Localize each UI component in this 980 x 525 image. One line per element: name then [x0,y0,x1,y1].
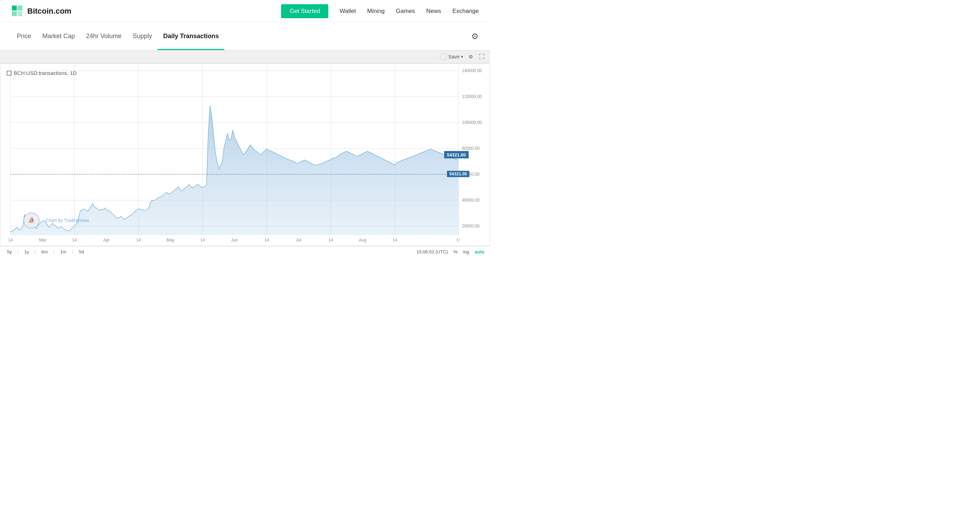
nav-wallet[interactable]: Wallet [339,8,356,15]
percent-button[interactable]: % [453,249,458,255]
logo-text: Bitcoin.com [27,6,72,16]
svg-text:Mar: Mar [39,238,46,243]
save-button[interactable]: Save ▾ [440,53,463,60]
svg-text:14: 14 [72,238,77,243]
fullscreen-button[interactable]: ⛶ [479,54,484,60]
nav-get-started[interactable]: Get Started [281,4,328,18]
timeframe-1y[interactable]: 1y [23,248,30,255]
svg-text:14: 14 [264,238,269,243]
series-icon [6,71,11,76]
chart-bottom: 5y | 1y | 6m | 1m | 5d 15:06:52 (UTC) % … [0,246,490,257]
timeframe-5d[interactable]: 5d [77,248,85,255]
svg-text:140000.00: 140000.00 [462,68,482,73]
chart-area: BCH:USD:transactions, 1D 54321.00 [0,64,490,246]
tab-daily-transactions[interactable]: Daily Transactions [158,22,224,50]
svg-text:Chart by TradingView: Chart by TradingView [46,218,89,223]
svg-text:May: May [167,238,175,243]
settings-icon[interactable]: ⚙ [471,32,479,41]
svg-rect-3 [12,11,17,16]
expand-icon: ⛶ [479,54,484,60]
chart-settings-button[interactable]: ⚙ [469,54,473,59]
svg-text:120000.00: 120000.00 [462,94,482,99]
svg-text:14: 14 [136,238,141,243]
chart-svg: 140000.00 120000.00 100000.00 80000.00 6… [0,64,490,246]
svg-text:100000.00: 100000.00 [462,120,482,125]
svg-text:Jul: Jul [296,238,301,243]
svg-text:20000.00: 20000.00 [462,224,479,229]
tab-24hr-volume[interactable]: 24hr Volume [81,22,127,50]
nav-mining[interactable]: Mining [367,8,385,15]
svg-text:Jun: Jun [231,238,238,243]
svg-text:14: 14 [392,238,397,243]
timeframe-1m[interactable]: 1m [59,248,68,255]
nav-games[interactable]: Games [396,8,415,15]
svg-rect-2 [18,6,22,11]
bottom-right-controls: 15:06:52 (UTC) % log auto [417,249,484,255]
logo-icon [11,5,24,18]
tab-price[interactable]: Price [11,22,37,50]
price-badge: 54321.00 [444,151,469,159]
tab-market-cap[interactable]: Market Cap [37,22,81,50]
svg-text:Apr: Apr [103,238,110,243]
tabs-row: Price Market Cap 24hr Volume Supply Dail… [0,22,490,50]
svg-text:14: 14 [200,238,205,243]
chevron-down-icon: ▾ [461,54,463,59]
svg-rect-1 [12,6,17,11]
svg-text:40000.00: 40000.00 [462,198,479,203]
svg-text:⛵: ⛵ [28,216,35,223]
timeframe-5y[interactable]: 5y [6,248,13,255]
svg-text:1↑: 1↑ [457,238,461,243]
timestamp-label: 15:06:52 (UTC) [417,249,448,255]
logo[interactable]: Bitcoin.com [11,5,72,18]
svg-text:14: 14 [328,238,333,243]
log-button[interactable]: log [463,249,469,255]
chart-toolbar: Save ▾ ⚙ ⛶ [0,50,490,64]
nav-exchange[interactable]: Exchange [452,8,479,15]
svg-text:80000.00: 80000.00 [462,146,479,151]
timeframe-6m[interactable]: 6m [40,248,49,255]
auto-button[interactable]: auto [475,249,484,255]
header: Bitcoin.com Get Started Wallet Mining Ga… [0,0,490,22]
timeframe-controls: 5y | 1y | 6m | 1m | 5d [6,248,85,255]
save-circle-icon [440,53,447,60]
svg-text:14: 14 [8,238,13,243]
tab-supply[interactable]: Supply [127,22,158,50]
svg-rect-4 [18,11,22,16]
chart-wrapper: Save ▾ ⚙ ⛶ BCH:USD:transactions, 1D 5432… [0,50,490,257]
current-price-badge: 54321.00 [447,171,469,177]
main-nav: Get Started Wallet Mining Games News Exc… [281,4,479,18]
svg-text:Aug: Aug [359,238,366,243]
chart-series-label: BCH:USD:transactions, 1D [6,70,76,76]
nav-news[interactable]: News [426,8,441,15]
gear-icon: ⚙ [469,54,473,59]
